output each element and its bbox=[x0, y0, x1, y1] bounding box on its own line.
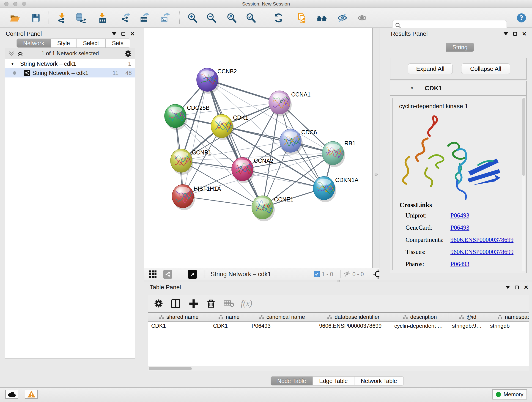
node-CDKN1A[interactable]: CDKN1A bbox=[313, 177, 359, 202]
export-network-icon[interactable] bbox=[120, 12, 132, 23]
crosslink-link[interactable]: P06493 bbox=[450, 261, 469, 268]
splitter-handle[interactable] bbox=[375, 173, 378, 176]
panel-float-icon[interactable] bbox=[515, 286, 519, 289]
expand-all-button[interactable]: Expand All bbox=[408, 64, 453, 74]
tab-network-table[interactable]: Network Table bbox=[355, 376, 404, 385]
tab-sets[interactable]: Sets bbox=[106, 38, 130, 48]
column-header-namespace[interactable]: namespace bbox=[487, 313, 529, 321]
fit-content-icon[interactable] bbox=[226, 12, 237, 23]
memory-button[interactable]: Memory bbox=[492, 389, 527, 400]
show-columns-icon[interactable] bbox=[171, 299, 181, 309]
panel-menu-icon[interactable] bbox=[504, 32, 508, 35]
tab-edge-table[interactable]: Edge Table bbox=[313, 376, 355, 385]
edge-CCNB2-HIST1H1A[interactable] bbox=[183, 80, 207, 196]
network-view-mode-icon[interactable] bbox=[163, 270, 172, 279]
selected-checkbox[interactable] bbox=[314, 271, 320, 277]
zoom-selected-icon[interactable] bbox=[245, 12, 256, 23]
node-CDK1[interactable]: CDK1 bbox=[211, 114, 248, 140]
clone-network-icon[interactable] bbox=[296, 12, 307, 23]
warnings-button[interactable] bbox=[25, 390, 38, 399]
panel-close-icon[interactable]: ✕ bbox=[522, 32, 526, 36]
add-column-icon[interactable] bbox=[189, 299, 198, 309]
network-view[interactable]: CCNB2CCNA1CDC25BCDK1CDC6RB1CCNB1CCNA2CDK… bbox=[144, 28, 372, 268]
column-header-shared-name[interactable]: shared name bbox=[148, 313, 210, 321]
help-icon[interactable]: ? bbox=[516, 12, 527, 23]
panel-close-icon[interactable]: ✕ bbox=[130, 32, 135, 36]
edge-CCNA2-CDKN1A[interactable] bbox=[242, 169, 324, 188]
network-edge-count: 48 bbox=[125, 70, 132, 76]
zoom-in-icon[interactable] bbox=[187, 12, 198, 23]
export-table-icon[interactable] bbox=[139, 12, 150, 23]
node-RB1[interactable]: RB1 bbox=[322, 140, 355, 167]
table-row[interactable]: CDK1CDK1P064939606.ENSP00000378699cyclin… bbox=[148, 322, 529, 330]
cloud-button[interactable] bbox=[5, 390, 18, 399]
column-header-@id[interactable]: @id bbox=[449, 313, 487, 321]
node-CDC6[interactable]: CDC6 bbox=[280, 129, 317, 155]
gear-icon[interactable] bbox=[124, 50, 132, 57]
column-header-description[interactable]: description bbox=[391, 313, 449, 321]
function-builder-icon[interactable]: f(x) bbox=[241, 298, 252, 308]
network-collection-row[interactable]: ▼ String Network – cdk1 1 bbox=[5, 59, 135, 68]
toolbar-separator bbox=[290, 12, 290, 24]
network-collection-box: 1 of 1 Network selected ▼ String Network… bbox=[5, 48, 135, 358]
results-scrollbar[interactable] bbox=[522, 97, 525, 271]
node-label-CCNA1: CCNA1 bbox=[291, 91, 311, 98]
apply-layout-icon[interactable] bbox=[273, 12, 284, 23]
crosslink-link[interactable]: P06493 bbox=[450, 212, 469, 219]
network-status-dot bbox=[13, 71, 16, 75]
network-row[interactable]: String Network – cdk1 11 48 bbox=[5, 68, 135, 77]
table-panel-splitter[interactable] bbox=[144, 280, 532, 282]
import-table-icon[interactable] bbox=[97, 12, 108, 23]
collapse-all-button[interactable]: Collapse All bbox=[461, 64, 510, 74]
tab-node-table[interactable]: Node Table bbox=[271, 376, 313, 385]
delete-column-icon[interactable] bbox=[207, 299, 215, 309]
tab-network[interactable]: Network bbox=[17, 38, 51, 48]
crosslinks-table: Uniprot:P06493GeneCard:P06493Compartment… bbox=[393, 209, 520, 269]
protein-section-header[interactable]: ▼ CDK1 bbox=[390, 81, 526, 96]
network-label: String Network – cdk1 bbox=[32, 70, 89, 76]
hide-selected-icon[interactable] bbox=[337, 12, 348, 23]
grid-view-icon[interactable] bbox=[149, 270, 157, 279]
show-all-icon[interactable] bbox=[356, 12, 367, 23]
first-neighbors-icon[interactable] bbox=[316, 12, 327, 23]
export-image-icon[interactable] bbox=[159, 12, 171, 23]
panel-float-icon[interactable] bbox=[121, 32, 125, 36]
protein-section: ▼ CDK1 cyclin-dependent kinase 1 bbox=[390, 81, 526, 273]
control-panel-tabs: NetworkStyleSelectSets bbox=[17, 38, 130, 48]
import-network-icon[interactable] bbox=[56, 12, 67, 23]
save-session-icon[interactable] bbox=[30, 12, 41, 23]
panel-close-icon[interactable]: ✕ bbox=[524, 286, 528, 289]
tab-select[interactable]: Select bbox=[76, 38, 105, 48]
crosslink-link[interactable]: 9606.ENSP00000378699 bbox=[450, 236, 513, 243]
column-header-canonical-name[interactable]: canonical name bbox=[248, 313, 316, 321]
crosslink-row: Pharos:P06493 bbox=[393, 257, 520, 269]
collection-label: String Network – cdk1 bbox=[20, 61, 76, 67]
import-network-database-icon[interactable] bbox=[75, 12, 86, 23]
table-gear-icon[interactable] bbox=[154, 299, 163, 309]
column-header-database-identifier[interactable]: database identifier bbox=[316, 313, 391, 321]
open-session-icon[interactable] bbox=[9, 12, 20, 23]
table-cell: CDK1 bbox=[210, 322, 248, 330]
crosslink-link[interactable]: 9606.ENSP00000378699 bbox=[450, 249, 513, 255]
scrollbar-thumb[interactable] bbox=[149, 367, 192, 370]
scrollbar-thumb[interactable] bbox=[522, 98, 525, 176]
toolbar-separator bbox=[265, 12, 265, 24]
column-header-name[interactable]: name bbox=[210, 313, 248, 321]
zoom-out-icon[interactable] bbox=[206, 12, 217, 23]
detach-view-icon[interactable] bbox=[188, 270, 197, 279]
table-panel: Table Panel ✕ bbox=[144, 282, 532, 387]
node-HIST1H1A[interactable]: HIST1H1A bbox=[172, 185, 221, 210]
delete-table-icon[interactable] bbox=[224, 299, 234, 308]
panel-menu-icon[interactable] bbox=[505, 286, 510, 289]
tab-style[interactable]: Style bbox=[51, 38, 77, 48]
results-panel-splitter[interactable] bbox=[372, 28, 380, 268]
section-disclosure-icon[interactable]: ▼ bbox=[410, 86, 414, 90]
tab-string[interactable]: String bbox=[446, 43, 474, 52]
panel-menu-icon[interactable] bbox=[112, 32, 116, 35]
node-CDC25B[interactable]: CDC25B bbox=[165, 104, 210, 130]
table-hscrollbar[interactable] bbox=[148, 366, 529, 371]
panel-float-icon[interactable] bbox=[513, 32, 517, 36]
collection-disclosure-icon[interactable]: ▼ bbox=[11, 62, 14, 66]
node-CCNB2[interactable]: CCNB2 bbox=[196, 68, 237, 94]
crosslink-link[interactable]: P06493 bbox=[450, 224, 469, 231]
